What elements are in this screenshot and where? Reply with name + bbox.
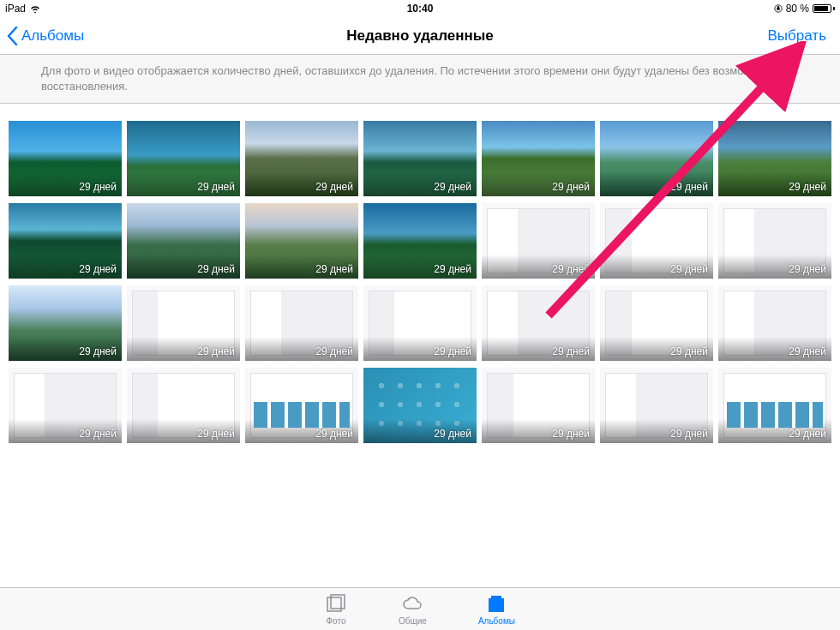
days-remaining-label: 29 дней bbox=[670, 181, 708, 193]
photo-thumbnail[interactable]: 29 дней bbox=[718, 121, 831, 196]
photo-thumbnail[interactable]: 29 дней bbox=[363, 368, 477, 443]
days-remaining-label: 29 дней bbox=[552, 428, 590, 440]
photo-thumbnail[interactable]: 29 дней bbox=[363, 285, 477, 361]
days-remaining-label: 29 дней bbox=[79, 345, 117, 357]
photo-thumbnail[interactable]: 29 дней bbox=[245, 203, 358, 279]
days-remaining-label: 29 дней bbox=[197, 428, 235, 440]
tab-shared[interactable]: Общие bbox=[399, 593, 427, 626]
days-remaining-label: 29 дней bbox=[315, 263, 353, 275]
tab-label: Альбомы bbox=[478, 616, 515, 626]
tab-bar: Фото Общие Альбомы bbox=[0, 587, 840, 630]
page-title: Недавно удаленные bbox=[346, 27, 494, 45]
photo-thumbnail[interactable]: 29 дней bbox=[9, 368, 122, 443]
days-remaining-label: 29 дней bbox=[552, 345, 590, 357]
days-remaining-label: 29 дней bbox=[434, 181, 471, 193]
tab-label: Общие bbox=[399, 616, 427, 626]
photo-thumbnail[interactable]: 29 дней bbox=[600, 203, 713, 279]
days-remaining-label: 29 дней bbox=[197, 263, 235, 275]
days-remaining-label: 29 дней bbox=[552, 181, 590, 193]
lock-rotation-icon bbox=[774, 4, 783, 13]
days-remaining-label: 29 дней bbox=[79, 263, 117, 275]
photo-thumbnail[interactable]: 29 дней bbox=[482, 203, 595, 279]
days-remaining-label: 29 дней bbox=[434, 263, 471, 275]
tab-photos[interactable]: Фото bbox=[325, 593, 347, 626]
photo-grid-scroll[interactable]: 29 дней29 дней29 дней29 дней29 дней29 дн… bbox=[0, 104, 840, 601]
info-text: Для фото и видео отображается количество… bbox=[41, 64, 780, 93]
days-remaining-label: 29 дней bbox=[315, 345, 353, 357]
photo-thumbnail[interactable]: 29 дней bbox=[9, 203, 122, 279]
days-remaining-label: 29 дней bbox=[789, 428, 826, 440]
tab-label: Фото bbox=[327, 616, 346, 626]
days-remaining-label: 29 дней bbox=[315, 428, 353, 440]
photo-thumbnail[interactable]: 29 дней bbox=[9, 285, 122, 361]
photo-thumbnail[interactable]: 29 дней bbox=[482, 368, 595, 443]
photo-thumbnail[interactable]: 29 дней bbox=[127, 368, 240, 443]
photo-thumbnail[interactable]: 29 дней bbox=[363, 121, 477, 196]
days-remaining-label: 29 дней bbox=[434, 428, 471, 440]
battery-icon bbox=[813, 4, 835, 13]
photo-thumbnail[interactable]: 29 дней bbox=[127, 121, 240, 196]
battery-percent: 80 % bbox=[786, 3, 809, 15]
status-bar: iPad 10:40 80 % bbox=[0, 0, 840, 17]
wifi-icon bbox=[29, 4, 41, 13]
tab-albums[interactable]: Альбомы bbox=[478, 593, 515, 626]
albums-icon bbox=[485, 593, 507, 615]
days-remaining-label: 29 дней bbox=[789, 345, 826, 357]
photo-thumbnail[interactable]: 29 дней bbox=[718, 368, 831, 443]
photo-thumbnail[interactable]: 29 дней bbox=[482, 121, 595, 196]
days-remaining-label: 29 дней bbox=[670, 428, 708, 440]
photo-thumbnail[interactable]: 29 дней bbox=[600, 368, 713, 443]
photo-thumbnail[interactable]: 29 дней bbox=[718, 203, 831, 279]
days-remaining-label: 29 дней bbox=[670, 263, 708, 275]
photos-icon bbox=[325, 593, 347, 615]
days-remaining-label: 29 дней bbox=[79, 181, 117, 193]
device-label: iPad bbox=[5, 3, 26, 15]
photo-thumbnail[interactable]: 29 дней bbox=[245, 368, 358, 443]
photo-thumbnail[interactable]: 29 дней bbox=[600, 121, 713, 196]
photo-thumbnail[interactable]: 29 дней bbox=[127, 285, 240, 361]
days-remaining-label: 29 дней bbox=[315, 181, 353, 193]
photo-thumbnail[interactable]: 29 дней bbox=[245, 121, 358, 196]
days-remaining-label: 29 дней bbox=[434, 345, 471, 357]
photo-thumbnail[interactable]: 29 дней bbox=[9, 121, 122, 196]
chevron-left-icon bbox=[7, 27, 18, 45]
days-remaining-label: 29 дней bbox=[197, 181, 235, 193]
days-remaining-label: 29 дней bbox=[670, 345, 708, 357]
status-time: 10:40 bbox=[407, 3, 434, 15]
photo-thumbnail[interactable]: 29 дней bbox=[482, 285, 595, 361]
svg-rect-3 bbox=[489, 598, 504, 612]
svg-rect-4 bbox=[491, 596, 501, 598]
days-remaining-label: 29 дней bbox=[79, 428, 117, 440]
photo-thumbnail[interactable]: 29 дней bbox=[600, 285, 713, 361]
days-remaining-label: 29 дней bbox=[789, 263, 826, 275]
photo-thumbnail[interactable]: 29 дней bbox=[718, 285, 831, 361]
days-remaining-label: 29 дней bbox=[197, 345, 235, 357]
back-label: Альбомы bbox=[21, 27, 84, 45]
photo-grid: 29 дней29 дней29 дней29 дней29 дней29 дн… bbox=[9, 121, 831, 443]
photo-thumbnail[interactable]: 29 дней bbox=[127, 203, 240, 279]
nav-bar: Альбомы Недавно удаленные Выбрать bbox=[0, 17, 840, 55]
days-remaining-label: 29 дней bbox=[789, 181, 826, 193]
photo-thumbnail[interactable]: 29 дней bbox=[245, 285, 358, 361]
back-button[interactable]: Альбомы bbox=[7, 27, 84, 45]
cloud-icon bbox=[401, 593, 423, 615]
days-remaining-label: 29 дней bbox=[552, 263, 590, 275]
select-button[interactable]: Выбрать bbox=[768, 27, 833, 45]
info-banner: Для фото и видео отображается количество… bbox=[0, 55, 840, 104]
photo-thumbnail[interactable]: 29 дней bbox=[363, 203, 477, 279]
